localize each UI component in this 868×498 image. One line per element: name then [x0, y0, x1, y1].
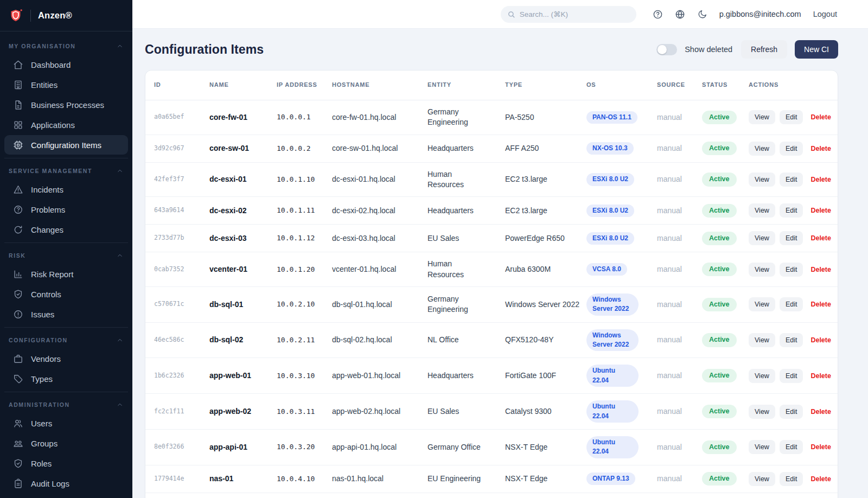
- page-header: Configuration Items Show deleted Refresh…: [145, 29, 838, 70]
- delete-button[interactable]: Delete: [808, 440, 833, 454]
- edit-button[interactable]: Edit: [780, 173, 803, 187]
- view-button[interactable]: View: [749, 142, 775, 156]
- sidebar-item-controls[interactable]: Controls: [4, 284, 128, 304]
- delete-button[interactable]: Delete: [808, 203, 833, 218]
- show-deleted-toggle[interactable]: [656, 44, 677, 55]
- view-button[interactable]: View: [749, 472, 775, 486]
- ci-status: Active: [702, 197, 749, 224]
- edit-button[interactable]: Edit: [780, 297, 803, 311]
- edit-button[interactable]: Edit: [780, 440, 803, 454]
- edit-button[interactable]: Edit: [780, 472, 803, 486]
- ci-entity: Headquarters: [427, 137, 505, 160]
- delete-button[interactable]: Delete: [808, 173, 833, 187]
- sidebar-item-entities[interactable]: Entities: [4, 75, 128, 94]
- new-ci-button[interactable]: New CI: [795, 40, 838, 59]
- ci-status-badge: Active: [702, 369, 737, 382]
- ci-os: Ubuntu 22.04: [586, 394, 657, 429]
- show-deleted-label: Show deleted: [685, 45, 732, 54]
- ci-hostname: backup-srv-01.hq.local: [332, 494, 427, 498]
- shield-check-icon: [13, 458, 23, 469]
- sidebar-section-my-organisation: My OrganisationDashboardEntitiesBusiness…: [4, 34, 128, 155]
- view-button[interactable]: View: [749, 203, 775, 218]
- search-input[interactable]: [520, 10, 630, 18]
- group-icon: [13, 438, 23, 449]
- delete-button[interactable]: Delete: [808, 405, 833, 419]
- refresh-button[interactable]: Refresh: [741, 40, 787, 59]
- sidebar-item-business-processes[interactable]: Business Processes: [4, 95, 128, 114]
- sidebar-item-problems[interactable]: Problems: [4, 200, 128, 219]
- sidebar-item-configuration-items[interactable]: Configuration Items: [4, 135, 128, 155]
- ci-type: PA-5250: [505, 106, 586, 129]
- delete-button[interactable]: Delete: [808, 472, 833, 486]
- view-button[interactable]: View: [749, 405, 775, 419]
- view-button[interactable]: View: [749, 263, 775, 277]
- view-button[interactable]: View: [749, 110, 775, 124]
- edit-button[interactable]: Edit: [780, 203, 803, 218]
- view-button[interactable]: View: [749, 369, 775, 383]
- ci-status-badge: Active: [702, 111, 737, 124]
- view-button[interactable]: View: [749, 297, 775, 311]
- ci-status: Active: [702, 398, 749, 425]
- delete-button[interactable]: Delete: [808, 231, 833, 245]
- ci-actions-cell: ViewEditDelete: [749, 327, 838, 354]
- sidebar-item-risk-report[interactable]: Risk Report: [4, 264, 128, 284]
- moon-icon[interactable]: [697, 9, 707, 20]
- help-circle-icon: [13, 205, 23, 215]
- sidebar-item-users[interactable]: Users: [4, 413, 128, 433]
- view-button[interactable]: View: [749, 231, 775, 245]
- section-header[interactable]: Risk: [4, 246, 128, 264]
- view-button[interactable]: View: [749, 173, 775, 187]
- delete-button[interactable]: Delete: [808, 297, 833, 311]
- ci-status-badge: Active: [702, 263, 737, 276]
- edit-button[interactable]: Edit: [780, 405, 803, 419]
- sidebar-item-issues[interactable]: Issues: [4, 304, 128, 324]
- bar-chart-icon: [13, 269, 23, 279]
- sidebar-item-types[interactable]: Types: [4, 369, 128, 388]
- ci-ip: 10.0.1.11: [277, 199, 332, 222]
- edit-button[interactable]: Edit: [780, 333, 803, 347]
- edit-button[interactable]: Edit: [780, 142, 803, 156]
- section-header[interactable]: Configuration: [4, 331, 128, 348]
- sidebar-item-audit-logs[interactable]: Audit Logs: [4, 474, 128, 493]
- header-actions: Show deleted Refresh New CI: [656, 40, 838, 59]
- ci-os-badge: Windows Server 2022: [586, 329, 639, 352]
- column-header-entity: Entity: [427, 75, 505, 95]
- globe-icon[interactable]: [675, 9, 685, 20]
- ci-status-badge: Active: [702, 232, 737, 245]
- ci-ip: 10.0.1.12: [277, 227, 332, 250]
- section-header[interactable]: Service Management: [4, 162, 128, 179]
- sidebar-item-label: Incidents: [31, 185, 63, 194]
- ci-os-badge: NX-OS 10.3: [586, 142, 634, 155]
- delete-button[interactable]: Delete: [808, 142, 833, 156]
- delete-button[interactable]: Delete: [808, 263, 833, 277]
- edit-button[interactable]: Edit: [780, 369, 803, 383]
- edit-button[interactable]: Edit: [780, 263, 803, 277]
- sidebar-item-dashboard[interactable]: Dashboard: [4, 55, 128, 74]
- help-icon[interactable]: [653, 9, 663, 20]
- sidebar-item-incidents[interactable]: Incidents: [4, 180, 128, 199]
- sidebar-item-vendors[interactable]: Vendors: [4, 349, 128, 368]
- section-header[interactable]: Administration: [4, 395, 128, 413]
- sidebar-item-changes[interactable]: Changes: [4, 220, 128, 239]
- view-button[interactable]: View: [749, 333, 775, 347]
- building-icon: [13, 80, 23, 90]
- search-box[interactable]: [501, 6, 636, 23]
- sidebar-item-groups[interactable]: Groups: [4, 433, 128, 453]
- logout-button[interactable]: Logout: [813, 10, 837, 18]
- delete-button[interactable]: Delete: [808, 110, 833, 124]
- ci-status-badge: Active: [702, 472, 737, 486]
- sidebar-item-applications[interactable]: Applications: [4, 115, 128, 135]
- delete-button[interactable]: Delete: [808, 333, 833, 347]
- ci-name: vcenter-01: [209, 258, 277, 281]
- delete-button[interactable]: Delete: [808, 369, 833, 383]
- edit-button[interactable]: Edit: [780, 110, 803, 124]
- table-row: 643a9614dc-esxi-0210.0.1.11dc-esxi-02.hq…: [145, 197, 838, 225]
- view-button[interactable]: View: [749, 440, 775, 454]
- ci-actions-cell: ViewEditDelete: [749, 225, 838, 252]
- sidebar-item-roles[interactable]: Roles: [4, 454, 128, 473]
- section-header[interactable]: My Organisation: [4, 37, 128, 54]
- edit-button[interactable]: Edit: [780, 231, 803, 245]
- ci-type: FortiGate 100F: [505, 364, 586, 387]
- sidebar-item-label: Applications: [31, 120, 75, 130]
- ci-source: manual: [657, 199, 702, 222]
